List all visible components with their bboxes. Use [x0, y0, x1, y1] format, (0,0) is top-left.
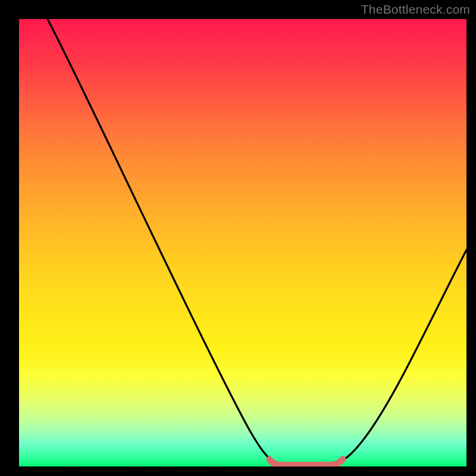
plot-area	[19, 19, 466, 466]
plateau-marker	[270, 459, 343, 465]
watermark-text: TheBottleneck.com	[361, 2, 470, 17]
chart-frame: TheBottleneck.com	[0, 0, 476, 476]
curve-layer	[19, 19, 466, 466]
bottleneck-curve	[48, 19, 466, 465]
